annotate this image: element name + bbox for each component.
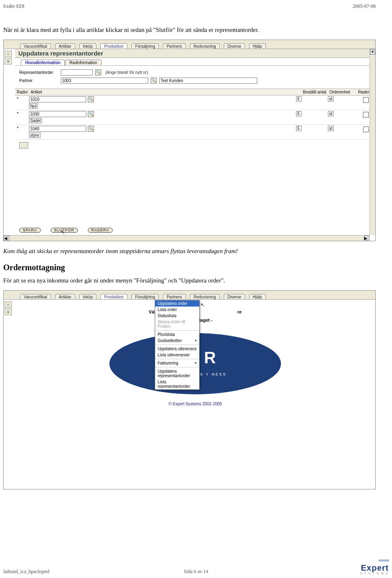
delete-checkbox[interactable] xyxy=(363,127,369,132)
list-icon[interactable]: ≡ xyxy=(4,58,12,64)
paragraph-3: För att se era nya inkomna order går ni … xyxy=(3,276,376,285)
tab-varucertifikat[interactable]: Varucertifikat xyxy=(20,43,51,49)
tab-inköp[interactable]: Inköp xyxy=(79,43,96,49)
tab-varucertifikat[interactable]: Varucertifikat xyxy=(20,294,51,299)
menu-item[interactable]: Fakturering xyxy=(155,360,199,366)
delete-checkbox[interactable] xyxy=(363,97,369,103)
unit-input[interactable]: st xyxy=(328,111,334,116)
tab-diverse[interactable]: Diverse xyxy=(224,43,245,49)
tab-artiklar[interactable]: Artiklar xyxy=(55,294,75,299)
left-toolbar-1: ⌂ ≡ xyxy=(4,50,14,65)
menu-item[interactable]: Uppdatera utleverans xyxy=(155,346,199,352)
tab-redovisning[interactable]: Redovisning xyxy=(190,43,220,49)
subtab-rad[interactable]: Radinformation xyxy=(65,60,102,65)
tab-hjälp[interactable]: Hjälp xyxy=(249,43,266,49)
menu-item[interactable]: Uppdatera representantorder xyxy=(155,368,199,379)
forsaljning-dropdown: Uppdatera orderLista orderStatuslistaSki… xyxy=(155,300,200,390)
menu-item[interactable]: Lista order xyxy=(155,307,199,313)
menu-item[interactable]: Godsetiketter xyxy=(155,338,199,344)
rep-label: Representantorder xyxy=(19,70,58,75)
horizontal-scrollbar[interactable]: ◀▶ xyxy=(4,235,370,241)
vertical-scrollbar[interactable]: ▲ xyxy=(370,49,375,235)
menu-item[interactable]: Statuslista xyxy=(155,313,199,319)
grid-header: Radnr Artikel Beställt antal Orderenhet … xyxy=(15,89,375,96)
artikel-desc-input[interactable]: hjul xyxy=(29,103,38,109)
unit-input[interactable]: st xyxy=(328,96,334,102)
tab-artiklar[interactable]: Artiklar xyxy=(55,43,75,49)
qty-input[interactable]: 5 xyxy=(296,96,302,102)
home-icon[interactable]: ⌂ xyxy=(4,301,12,308)
tab-försäljning[interactable]: Försäljning xyxy=(131,294,159,299)
doc-title: Exder EDI xyxy=(3,3,24,9)
row-marker: * xyxy=(15,126,29,131)
section-title: Uppdatera representantorder xyxy=(15,49,375,58)
left-toolbar-2: ⌂ ≡ xyxy=(4,300,14,316)
add-row-icon[interactable] xyxy=(19,142,28,149)
heading-ordermottagning: Ordermottagning xyxy=(3,263,376,272)
col-bestallt: Beställt antal xyxy=(296,89,328,95)
col-orderenhet: Orderenhet xyxy=(328,89,356,95)
subtab-strip: Huvudinformation Radinformation xyxy=(21,60,375,65)
rep-hint: (Ange blankt för nytt nr) xyxy=(105,70,148,75)
qty-input[interactable]: 5 xyxy=(296,126,302,131)
tab-produktion[interactable]: Produktion xyxy=(100,294,127,299)
paragraph-1: När ni är klara med att fylla i alla art… xyxy=(3,26,376,34)
qty-input[interactable]: 5 xyxy=(296,111,302,116)
artikel-input[interactable]: 1010 xyxy=(29,96,86,102)
screenshot-menu: VarucertifikatArtiklarInköpProduktionFör… xyxy=(3,290,376,489)
screenshot-repr-order: VarucertifikatArtiklarInköpProduktionFör… xyxy=(3,40,376,241)
artikel-lookup-icon[interactable]: 🔍 xyxy=(88,126,94,132)
tab-partners[interactable]: Partners xyxy=(163,294,186,299)
table-row: *1010🔍hjul5st xyxy=(15,96,375,110)
partner-name-display: Test Kunden xyxy=(159,78,257,84)
artikel-lookup-icon[interactable]: 🔍 xyxy=(88,111,94,117)
save-button[interactable]: SPARA xyxy=(19,228,41,233)
list-icon[interactable]: ≡ xyxy=(4,309,12,315)
done-button[interactable]: SLUTFÖR xyxy=(51,228,78,233)
col-artikel: Artikel xyxy=(29,89,296,95)
artikel-desc-input[interactable]: Sadel xyxy=(29,118,42,123)
menu-item[interactable]: Lista representantorder xyxy=(155,379,199,389)
tab-inköp[interactable]: Inköp xyxy=(79,294,96,299)
artikel-lookup-icon[interactable]: 🔍 xyxy=(88,96,94,102)
main-tab-strip-2: VarucertifikatArtiklarInköpProduktionFör… xyxy=(4,291,375,300)
subtab-huvud[interactable]: Huvudinformation xyxy=(21,60,65,65)
artikel-input[interactable]: 1040 xyxy=(29,126,86,132)
tab-hjälp[interactable]: Hjälp xyxy=(249,294,266,299)
doc-date: 2005-07-08 xyxy=(353,3,376,9)
partner-label: Partner xyxy=(19,78,58,83)
tab-försäljning[interactable]: Försäljning xyxy=(131,43,159,49)
tab-redovisning[interactable]: Redovisning xyxy=(190,294,220,299)
menu-item[interactable]: Lista utleveranser xyxy=(155,352,199,358)
partner-input[interactable]: 1003 xyxy=(61,78,148,84)
row-marker: * xyxy=(15,96,29,101)
table-row: *1040🔍styre5st xyxy=(15,125,375,140)
row-marker: * xyxy=(15,111,29,116)
tab-partners[interactable]: Partners xyxy=(163,43,186,49)
tab-diverse[interactable]: Diverse xyxy=(224,294,245,299)
artikel-desc-input[interactable]: styre xyxy=(29,133,40,138)
delete-button[interactable]: RADERA xyxy=(88,228,113,233)
menu-item[interactable]: Plocklista xyxy=(155,331,199,338)
rep-input[interactable] xyxy=(61,69,93,76)
tab-produktion[interactable]: Produktion xyxy=(100,43,127,49)
unit-input[interactable]: st xyxy=(328,126,334,131)
menu-item[interactable]: Uppdatera order xyxy=(155,300,199,307)
copyright-text: © Expert Systems 2002-2005 xyxy=(15,402,375,406)
home-icon[interactable]: ⌂ xyxy=(4,51,12,57)
paragraph-2: Kom ihåg att skicka er representantorder… xyxy=(3,247,376,255)
col-radnr: Radnr xyxy=(15,89,29,95)
delete-checkbox[interactable] xyxy=(363,112,369,118)
main-tab-strip-1: VarucertifikatArtiklarInköpProduktionFör… xyxy=(4,40,375,49)
menu-item: Skicka order till Posten xyxy=(155,319,199,329)
cursor-icon: ↖ xyxy=(200,302,205,308)
table-row: *1030🔍Sadel5st xyxy=(15,110,375,125)
rep-lookup-icon[interactable]: 🔍 xyxy=(95,69,101,76)
artikel-input[interactable]: 1030 xyxy=(29,111,86,117)
partner-lookup-icon[interactable]: 🔍 xyxy=(151,78,157,84)
